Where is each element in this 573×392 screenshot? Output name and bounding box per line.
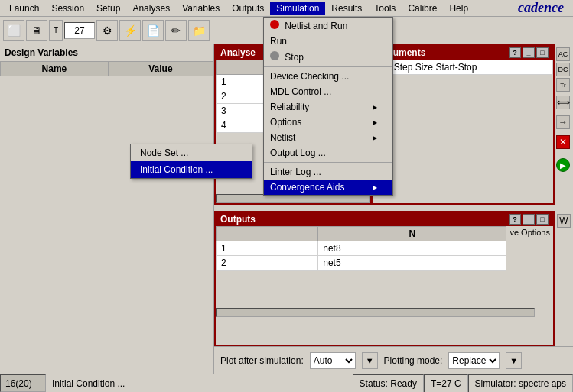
status-simulator: Simulator: spectre aps	[468, 374, 573, 393]
convergence-aids-submenu: Node Set ... Initial Condition ...	[130, 144, 252, 179]
list-item: ear Step Size Start-Stop	[373, 60, 553, 75]
arguments-help-btn[interactable]: ?	[509, 47, 521, 58]
outputs-row-2-name: net5	[318, 256, 506, 271]
menu-stop[interactable]: Stop	[264, 49, 392, 65]
outputs-header-buttons: ? _ □	[509, 214, 549, 225]
arguments-table: ear Step Size Start-Stop	[373, 60, 553, 75]
menu-results[interactable]: Results	[325, 2, 368, 15]
menu-device-checking[interactable]: Device Checking ...	[264, 69, 392, 84]
menu-simulation[interactable]: Simulation	[270, 2, 325, 15]
bottom-bar: Plot after simulation: Auto ▼ Plotting m…	[214, 346, 573, 374]
wave-icon[interactable]: W	[557, 214, 571, 228]
menu-convergence-aids[interactable]: Convergence Aids	[264, 180, 392, 195]
outputs-maximize-btn[interactable]: □	[536, 214, 549, 225]
status-temp: T=27 C	[424, 374, 468, 393]
ac-icon[interactable]: AC	[556, 47, 570, 61]
submenu-initial-condition[interactable]: Initial Condition ...	[131, 161, 252, 178]
tool-icon-2[interactable]: →	[556, 115, 570, 129]
run-icon[interactable]: ▶	[556, 158, 570, 172]
outputs-row-2-num: 2	[217, 256, 318, 271]
outputs-right-icons: W	[555, 211, 573, 346]
toolbar-btn-6[interactable]: ✏	[165, 20, 187, 41]
arguments-item-1: ear Step Size Start-Stop	[373, 60, 553, 75]
plot-after-select[interactable]: Auto	[310, 352, 356, 369]
menu-launch[interactable]: Launch	[3, 2, 45, 15]
menu-analyses[interactable]: Analyses	[126, 2, 176, 15]
menu-netlist-run[interactable]: Netlist and Run	[264, 18, 392, 34]
statusbar: 16(20) Initial Condition ... Status: Rea…	[0, 374, 573, 392]
toolbar-btn-temp[interactable]: T	[49, 20, 63, 41]
toolbar-btn-1[interactable]: ⬜	[3, 20, 24, 41]
outputs-minimize-btn[interactable]: _	[523, 214, 535, 225]
menu-calibre[interactable]: Calibre	[402, 2, 443, 15]
dv-col-value: Value	[108, 62, 213, 76]
dv-col-name: Name	[1, 62, 109, 76]
stop-icon	[270, 51, 279, 60]
plotting-mode-select[interactable]: Replace	[448, 352, 500, 369]
arguments-panel: Arguments ? _ □ ear Step Size Start-Stop	[371, 44, 555, 205]
menu-tools[interactable]: Tools	[368, 2, 402, 15]
menu-setup[interactable]: Setup	[90, 2, 126, 15]
design-variables-panel: Design Variables Name Value	[0, 44, 214, 374]
menu-netlist[interactable]: Netlist	[264, 130, 392, 145]
outputs-panel: Outputs ? _ □ N 1	[214, 211, 555, 346]
toolbar-btn-7[interactable]: 📁	[188, 20, 210, 41]
plotting-mode-label: Plotting mode:	[384, 355, 443, 366]
plotting-mode-dropdown-btn[interactable]: ▼	[506, 352, 522, 369]
menu-separator-1	[264, 66, 392, 67]
menu-separator-2	[264, 162, 392, 163]
toolbar-btn-4[interactable]: ⚡	[119, 20, 141, 41]
tool-icon-1[interactable]: ⟺	[556, 96, 570, 109]
arguments-header-buttons: ? _ □	[509, 47, 549, 58]
menubar: Launch Session Setup Analyses Variables …	[0, 0, 573, 17]
submenu-node-set[interactable]: Node Set ...	[131, 144, 252, 161]
menu-run[interactable]: Run	[264, 34, 392, 49]
status-message: Initial Condition ...	[46, 378, 353, 389]
delete-icon[interactable]: ✕	[556, 135, 570, 149]
menu-session[interactable]: Session	[45, 2, 90, 15]
analyses-row-1-num: 1	[217, 75, 267, 89]
outputs-row-1-name: net8	[318, 241, 506, 256]
menu-help[interactable]: Help	[443, 2, 474, 15]
toolbar-btn-5[interactable]: 📄	[142, 20, 164, 41]
toolbar-counter-input[interactable]: 27	[64, 22, 95, 39]
plot-after-label: Plot after simulation:	[220, 355, 304, 366]
dc-icon[interactable]: DC	[556, 63, 570, 76]
outputs-col-num	[217, 227, 318, 241]
toolbar-btn-2[interactable]: 🖥	[26, 20, 47, 41]
trans-icon[interactable]: Tr	[556, 78, 570, 92]
toolbar-separator	[213, 21, 213, 40]
menu-reliability[interactable]: Reliability	[264, 99, 392, 115]
menu-linter-log[interactable]: Linter Log ...	[264, 164, 392, 180]
arguments-minimize-btn[interactable]: _	[523, 47, 535, 58]
analyses-col-num	[217, 60, 267, 75]
menu-outputs[interactable]: Outputs	[226, 2, 270, 15]
status-ready: Status: Ready	[353, 374, 424, 393]
outputs-right-label: ve Options	[506, 226, 553, 271]
arguments-maximize-btn[interactable]: □	[536, 47, 549, 58]
analyses-row-3-num: 3	[217, 104, 267, 118]
table-row[interactable]: 1 net8	[217, 241, 506, 256]
outputs-help-btn[interactable]: ?	[509, 214, 521, 225]
toolbar-btn-3[interactable]: ⚙	[96, 20, 118, 41]
outputs-table: N 1 net8 2 net5	[216, 226, 506, 271]
table-row[interactable]: 2 net5	[217, 256, 506, 271]
simulation-menu: Netlist and Run Run Stop Device Checking…	[263, 17, 393, 196]
right-icon-panel: AC DC Tr ⟺ → ✕ ▶	[555, 44, 573, 208]
plot-after-dropdown-btn[interactable]: ▼	[362, 352, 378, 369]
outputs-row-1-num: 1	[217, 241, 318, 256]
menu-options[interactable]: Options	[264, 115, 392, 130]
design-variables-table: Name Value	[0, 61, 213, 76]
outputs-title: Outputs	[220, 214, 256, 225]
menu-mdl-control[interactable]: MDL Control ...	[264, 84, 392, 99]
outputs-scrollbar[interactable]	[216, 308, 535, 317]
outputs-col-n: N	[318, 227, 506, 241]
menu-variables[interactable]: Variables	[176, 2, 226, 15]
netlist-run-icon	[270, 20, 279, 29]
menu-output-log[interactable]: Output Log ...	[264, 145, 392, 160]
outputs-header: Outputs ? _ □	[216, 212, 553, 226]
status-code: 16(20)	[0, 374, 46, 392]
analyses-row-4-num: 4	[217, 118, 267, 133]
design-variables-title: Design Variables	[0, 44, 213, 61]
analyses-row-2-num: 2	[217, 89, 267, 104]
